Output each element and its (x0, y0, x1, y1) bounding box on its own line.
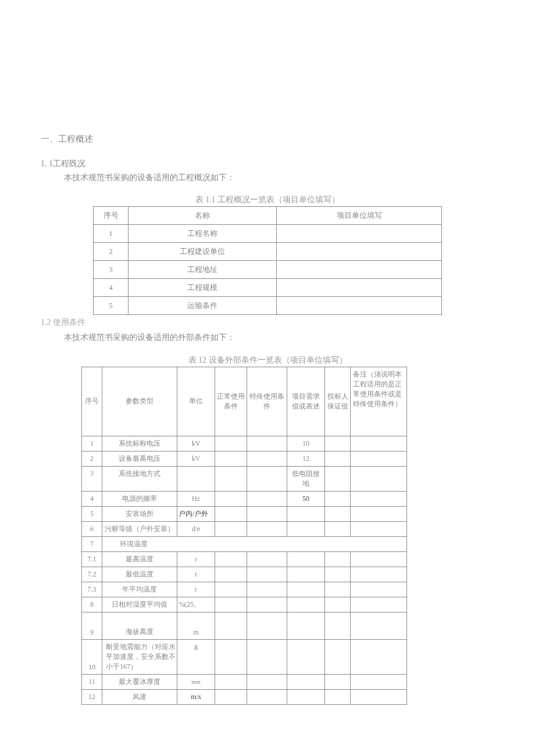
cell-bid (324, 567, 351, 582)
cell-normal (215, 506, 247, 521)
cell-demand (287, 597, 325, 612)
cell-param: 海拔高度 (102, 612, 177, 639)
cell-unit: r (177, 582, 215, 597)
table-row: 6污秽等级（户外安装）d/e (82, 521, 407, 536)
subsection-1-2-body: 本技术规范书采购的设备适用的外部条件如下： (41, 331, 494, 344)
cell-seq: 10 (82, 639, 102, 674)
cell-remark (351, 567, 407, 582)
cell-seq: 3 (82, 466, 102, 491)
cell-demand (287, 582, 325, 597)
cell-normal (215, 491, 247, 506)
cell-bid (324, 466, 351, 491)
cell-param: 最大覆冰厚度 (102, 674, 177, 689)
subsection-1-1-heading: 1. 1工程既况 (41, 159, 494, 169)
document-page: 一、工程概述 1. 1工程既况 本技术规范书采购的设备适用的工程概况如下： 表 … (0, 0, 535, 705)
cell-seq: 2 (82, 451, 102, 466)
cell-seq: 7.2 (82, 567, 102, 582)
cell-normal (215, 597, 247, 612)
cell-remark (351, 689, 407, 704)
cell-unit: Hz (177, 491, 215, 506)
col-header-normal: 正常使用条件 (215, 367, 247, 436)
cell-special (247, 451, 287, 466)
cell-normal (215, 674, 247, 689)
cell-name: 工程地址 (129, 261, 277, 279)
cell-param: 风速 (102, 689, 177, 704)
cell-bid (324, 582, 351, 597)
table-row: 4工程规模 (94, 279, 442, 297)
cell-remark (351, 491, 407, 506)
cell-unit: g (177, 639, 215, 674)
cell-param: 年平均温度 (102, 582, 177, 597)
col-header-name: 名称 (129, 207, 277, 225)
cell-remark (351, 551, 407, 567)
cell-bid (324, 436, 351, 451)
table-row: 3系统接地方式低电阻接地 (82, 466, 407, 491)
cell-demand (287, 689, 325, 704)
table-row: 2设备最高电压kV12 (82, 451, 407, 466)
table-row: 7.3年平均温度r (82, 582, 407, 597)
cell-remark (351, 612, 407, 639)
cell-special (247, 436, 287, 451)
cell-param: 系统接地方式 (102, 466, 177, 491)
cell-unit: m/s (177, 689, 215, 704)
cell-seq: 1 (94, 225, 129, 243)
section-heading: 一、工程概述 (41, 134, 494, 145)
cell-seq: 2 (94, 243, 129, 261)
cell-seq: 7.1 (82, 551, 102, 567)
cell-remark (351, 521, 407, 536)
cell-remark (351, 506, 407, 521)
cell-special (247, 466, 287, 491)
cell-demand: 10 (287, 436, 325, 451)
cell-bid (324, 674, 351, 689)
cell-bid (324, 506, 351, 521)
cell-normal (215, 612, 247, 639)
table-row: 4电源的频率Hz50 (82, 491, 407, 506)
table-header-row: 序号 参数类型 单位 正常使用条件 特殊使用条件 项目需求值或表述 投标人保证值… (82, 367, 407, 436)
cell-seq: 6 (82, 521, 102, 536)
table-row: 11最大覆冰厚度mm (82, 674, 407, 689)
cell-demand (287, 521, 325, 536)
cell-special (247, 639, 287, 674)
table-row: 7.1最高温度r (82, 551, 407, 567)
cell-remark (351, 597, 407, 612)
table-row: 9海拔高度m (82, 612, 407, 639)
cell-seq: 3 (94, 261, 129, 279)
cell-param: 日相对湿度平均值 (102, 597, 177, 612)
cell-special (247, 674, 287, 689)
cell-special (247, 551, 287, 567)
cell-seq: 11 (82, 674, 102, 689)
cell-param: 系统标称电压 (102, 436, 177, 451)
cell-unit: 户内/户外 (177, 506, 215, 521)
cell-val (277, 243, 442, 261)
cell-demand (287, 506, 325, 521)
cell-unit: m (177, 612, 215, 639)
cell-name: 工程名称 (129, 225, 277, 243)
col-header-seq: 序号 (82, 367, 102, 436)
cell-param: 设备最高电压 (102, 451, 177, 466)
table-row: 1工程名称 (94, 225, 442, 243)
cell-normal (215, 639, 247, 674)
cell-demand (287, 567, 325, 582)
cell-special (247, 506, 287, 521)
cell-bid (324, 451, 351, 466)
cell-unit: kV (177, 436, 215, 451)
cell-remark (351, 466, 407, 491)
cell-val (277, 261, 442, 279)
cell-bid (324, 491, 351, 506)
table-row: 5运输条件 (94, 297, 442, 315)
col-header-param: 参数类型 (102, 367, 177, 436)
cell-normal (215, 567, 247, 582)
cell-remark (351, 451, 407, 466)
col-header-special: 特殊使用条件 (247, 367, 287, 436)
cell-unit: kV (177, 451, 215, 466)
col-header-seq: 序号 (94, 207, 129, 225)
cell-demand (287, 674, 325, 689)
cell-val (277, 297, 442, 315)
cell-demand: 50 (287, 491, 325, 506)
cell-seq: 9 (82, 612, 102, 639)
col-header-remark: 备注（须说明本工程适用的是正常使用条件或是特殊使用条件） (351, 367, 407, 436)
cell-bid (324, 689, 351, 704)
cell-remark (351, 639, 407, 674)
cell-unit: %(25。 (177, 597, 215, 612)
cell-normal (215, 451, 247, 466)
